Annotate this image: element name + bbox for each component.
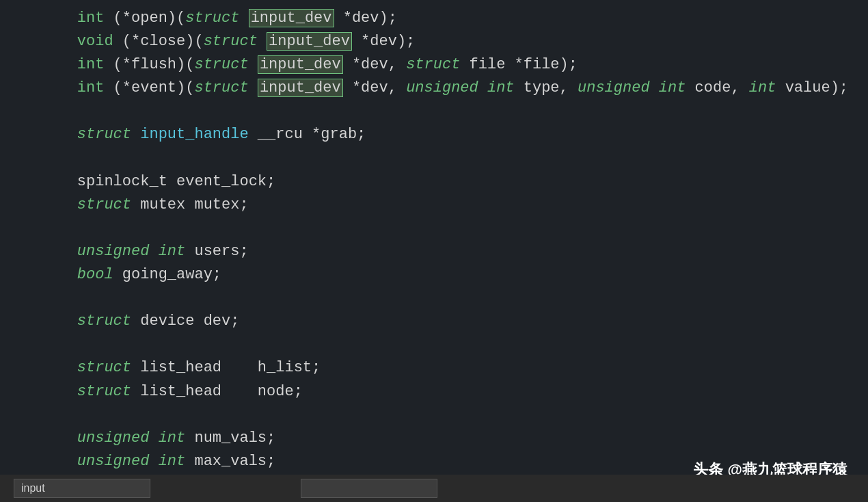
code-token <box>41 79 77 96</box>
code-token: unsigned <box>77 243 150 260</box>
code-token <box>41 10 77 27</box>
code-token <box>41 266 77 283</box>
code-token: struct <box>204 33 258 50</box>
code-token: input_handle <box>140 126 248 143</box>
code-token <box>239 10 248 27</box>
code-token: device dev; <box>131 313 239 330</box>
search-input-2[interactable] <box>301 479 437 498</box>
code-line <box>41 404 827 427</box>
code-token <box>41 243 77 260</box>
code-token <box>149 453 158 470</box>
code-token: struct <box>194 79 248 96</box>
code-token: unsigned <box>77 430 150 447</box>
code-token <box>249 56 258 73</box>
code-line <box>41 333 827 356</box>
code-token: struct <box>194 56 248 73</box>
code-token <box>41 33 77 50</box>
code-token <box>149 243 158 260</box>
code-token: going_away; <box>113 266 221 283</box>
highlighted-token: input_dev <box>258 79 343 97</box>
code-token: value); <box>776 79 848 96</box>
code-line <box>41 147 827 170</box>
code-token: struct <box>77 383 131 400</box>
code-line: struct input_handle __rcu *grab; <box>41 123 827 146</box>
code-line: int (*open)(struct input_dev *dev); <box>41 7 827 30</box>
code-token: int <box>487 79 515 96</box>
code-line: int (*flush)(struct input_dev *dev, stru… <box>41 53 827 77</box>
code-token: int <box>659 79 686 96</box>
code-token: (*event)( <box>104 79 194 96</box>
code-token <box>41 313 77 330</box>
code-line: unsigned int users; <box>41 240 827 263</box>
code-token: int <box>159 453 186 470</box>
code-token: list_head h_list; <box>131 359 321 376</box>
code-token: struct <box>77 313 131 330</box>
code-token: num_vals; <box>185 430 275 447</box>
code-token: struct <box>77 196 131 213</box>
code-line: bool going_away; <box>41 263 827 287</box>
code-token: struct <box>77 126 131 143</box>
code-token: (*open)( <box>104 10 185 27</box>
code-line: void (*close)(struct input_dev *dev); <box>41 30 827 53</box>
code-token: list_head node; <box>131 383 303 400</box>
code-line: unsigned int num_vals; <box>41 427 827 450</box>
code-token: bool <box>77 266 113 283</box>
code-token: void <box>77 33 113 50</box>
code-token: users; <box>185 243 248 260</box>
code-token: (*close)( <box>113 33 204 50</box>
code-line <box>41 217 827 240</box>
code-token: int <box>77 10 105 27</box>
code-token <box>41 430 77 447</box>
code-line <box>41 287 827 310</box>
code-token <box>41 359 77 376</box>
code-line <box>41 100 827 123</box>
code-line: spinlock_t event_lock; <box>41 170 827 194</box>
code-token: struct <box>185 10 239 27</box>
code-token: int <box>159 243 186 260</box>
code-token <box>258 33 267 50</box>
code-token <box>478 79 487 96</box>
code-token: int <box>77 56 105 73</box>
code-token: mutex mutex; <box>131 196 249 213</box>
code-token: *dev); <box>334 10 397 27</box>
code-block: int (*open)(struct input_dev *dev); void… <box>0 0 868 502</box>
code-token: (*flush)( <box>104 56 194 73</box>
code-token: int <box>159 430 186 447</box>
code-line: int (*event)(struct input_dev *dev, unsi… <box>41 77 827 100</box>
code-token: unsigned <box>77 453 150 470</box>
code-token <box>41 56 77 73</box>
code-token <box>41 383 77 400</box>
code-token: type, <box>515 79 578 96</box>
highlighted-token: input_dev <box>249 9 334 27</box>
code-token <box>650 79 659 96</box>
code-token <box>131 126 140 143</box>
code-token: max_vals; <box>185 453 275 470</box>
code-token: code, <box>686 79 748 96</box>
search-input-1[interactable] <box>14 479 150 498</box>
code-token: struct <box>406 56 460 73</box>
code-line: struct mutex mutex; <box>41 194 827 217</box>
highlighted-token: input_dev <box>258 55 343 74</box>
code-token <box>149 430 158 447</box>
code-token: __rcu *grab; <box>249 126 366 143</box>
code-line: struct list_head h_list; <box>41 356 827 380</box>
code-token <box>41 453 77 470</box>
code-token: *dev, <box>343 56 406 73</box>
code-token <box>249 79 258 96</box>
code-token: int <box>77 79 105 96</box>
highlighted-token: input_dev <box>267 32 352 51</box>
code-token: *dev); <box>352 33 415 50</box>
code-token: *dev, <box>343 79 406 96</box>
code-line: struct list_head node; <box>41 380 827 404</box>
bottom-bar <box>0 475 868 502</box>
code-token: unsigned <box>406 79 478 96</box>
code-token <box>41 196 77 213</box>
code-token: unsigned <box>578 79 650 96</box>
code-token: int <box>749 79 776 96</box>
code-token <box>41 126 77 143</box>
code-token: file *file); <box>460 56 578 73</box>
code-token: spinlock_t event_lock; <box>41 173 275 190</box>
code-token: struct <box>77 359 131 376</box>
code-line: struct device dev; <box>41 310 827 333</box>
